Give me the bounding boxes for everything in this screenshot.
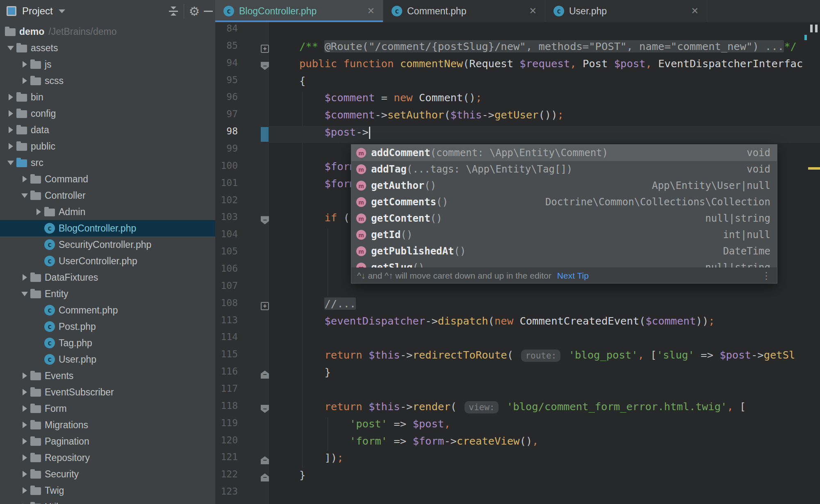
chevron-expanded-icon[interactable] bbox=[5, 42, 16, 54]
tree-item-data[interactable]: data bbox=[0, 122, 215, 138]
chevron-collapsed-icon[interactable] bbox=[5, 108, 16, 119]
fold-collapse-icon[interactable]: − bbox=[261, 473, 269, 481]
code-line-122[interactable]: 122−} bbox=[215, 469, 820, 486]
fold-collapse-icon[interactable]: − bbox=[261, 62, 269, 70]
collapse-all-button[interactable] bbox=[166, 4, 180, 18]
editor-tab-blogcontroller-php[interactable]: cBlogController.php✕ bbox=[215, 0, 383, 22]
code-line-121[interactable]: 121− ]); bbox=[215, 452, 820, 469]
close-tab-icon[interactable]: ✕ bbox=[367, 6, 375, 16]
chevron-collapsed-icon[interactable] bbox=[19, 501, 30, 504]
tree-item-blogcontroller-php[interactable]: cBlogController.php bbox=[0, 220, 215, 236]
tree-item-post-php[interactable]: cPost.php bbox=[0, 318, 215, 335]
chevron-collapsed-icon[interactable] bbox=[19, 272, 30, 283]
completion-item-getcontent[interactable]: mgetContent()null|string bbox=[351, 210, 777, 227]
code-line-123[interactable]: 123 bbox=[215, 486, 820, 503]
tree-item-comment-php[interactable]: cComment.php bbox=[0, 302, 215, 318]
settings-gear-button[interactable]: ⚙ bbox=[187, 4, 201, 18]
chevron-collapsed-icon[interactable] bbox=[19, 370, 30, 381]
chevron-collapsed-icon[interactable] bbox=[19, 173, 30, 185]
tree-item-assets[interactable]: assets bbox=[0, 40, 215, 56]
tree-item-admin[interactable]: Admin bbox=[0, 204, 215, 220]
fold-collapse-icon[interactable]: − bbox=[261, 456, 269, 464]
kebab-menu-icon[interactable]: ⋮ bbox=[761, 270, 771, 282]
tree-item-config[interactable]: config bbox=[0, 105, 215, 122]
tree-item-public[interactable]: public bbox=[0, 138, 215, 154]
chevron-collapsed-icon[interactable] bbox=[19, 59, 30, 70]
chevron-collapsed-icon[interactable] bbox=[19, 386, 30, 398]
tree-item-user-php[interactable]: cUser.php bbox=[0, 351, 215, 368]
chevron-collapsed-icon[interactable] bbox=[19, 485, 30, 496]
inspections-paused-icon[interactable] bbox=[810, 25, 818, 32]
close-tab-icon[interactable]: ✕ bbox=[691, 6, 699, 16]
close-tab-icon[interactable]: ✕ bbox=[529, 6, 537, 16]
project-view-title[interactable]: Project bbox=[22, 5, 53, 17]
fold-collapse-icon[interactable]: − bbox=[261, 370, 269, 379]
tree-item-pagination[interactable]: Pagination bbox=[0, 433, 215, 450]
fold-expand-icon[interactable]: + bbox=[261, 45, 269, 53]
tree-item-securitycontroller-php[interactable]: cSecurityController.php bbox=[0, 236, 215, 253]
tree-item-twig[interactable]: Twig bbox=[0, 482, 215, 499]
code-line-118[interactable]: 118− return $this->render( view: 'blog/c… bbox=[215, 400, 820, 418]
tree-item-entity[interactable]: Entity bbox=[0, 286, 215, 302]
chevron-expanded-icon[interactable] bbox=[5, 157, 16, 168]
fold-collapse-icon[interactable]: − bbox=[261, 405, 269, 413]
tree-item-demo[interactable]: demo/JetBrains/demo bbox=[0, 23, 215, 40]
code-line-85[interactable]: 85+/** @Route("/comment/{postSlug}/new",… bbox=[215, 40, 820, 57]
code-line-114[interactable]: 114 bbox=[215, 331, 820, 349]
tree-item-command[interactable]: Command bbox=[0, 171, 215, 187]
scrollbar-info-mark[interactable] bbox=[804, 35, 807, 40]
code-line-120[interactable]: 120 'form' => $form->createView(), bbox=[215, 435, 820, 452]
completion-item-getid[interactable]: mgetId()int|null bbox=[351, 227, 777, 243]
tree-item-scss[interactable]: scss bbox=[0, 73, 215, 89]
code-line-108[interactable]: 108+ //... bbox=[215, 297, 820, 315]
tree-item-src[interactable]: src bbox=[0, 154, 215, 171]
tree-item-bin[interactable]: bin bbox=[0, 89, 215, 105]
fold-expand-icon[interactable]: + bbox=[261, 302, 269, 310]
completion-item-getslug[interactable]: mgetSlug()null|string bbox=[351, 259, 777, 268]
code-editor[interactable]: 8485+/** @Route("/comment/{postSlug}/new… bbox=[215, 22, 820, 504]
tree-item-utils[interactable]: Utils bbox=[0, 499, 215, 504]
tree-item-security[interactable]: Security bbox=[0, 466, 215, 482]
tree-item-controller[interactable]: Controller bbox=[0, 187, 215, 204]
code-line-96[interactable]: 96 $comment = new Comment(); bbox=[215, 91, 820, 109]
tree-item-datafixtures[interactable]: DataFixtures bbox=[0, 269, 215, 286]
editor-tab-comment-php[interactable]: cComment.php✕ bbox=[383, 0, 545, 22]
code-line-119[interactable]: 119 'post' => $post, bbox=[215, 418, 820, 435]
chevron-collapsed-icon[interactable] bbox=[19, 468, 30, 480]
chevron-collapsed-icon[interactable] bbox=[19, 75, 30, 86]
tree-item-tag-php[interactable]: cTag.php bbox=[0, 335, 215, 351]
completion-item-addtag[interactable]: maddTag(...tags: \App\Entity\Tag[])void bbox=[351, 161, 777, 177]
code-line-98[interactable]: 98 $post-> bbox=[215, 126, 820, 143]
editor-tab-user-php[interactable]: cUser.php✕ bbox=[545, 0, 707, 22]
fold-collapse-icon[interactable]: − bbox=[261, 216, 269, 224]
code-line-95[interactable]: 95{ bbox=[215, 75, 820, 92]
tree-item-js[interactable]: js bbox=[0, 56, 215, 73]
code-line-117[interactable]: 117 bbox=[215, 383, 820, 400]
completion-item-getauthor[interactable]: mgetAuthor()App\Entity\User|null bbox=[351, 177, 777, 194]
code-line-94[interactable]: 94−public function commentNew(Request $r… bbox=[215, 57, 820, 75]
chevron-collapsed-icon[interactable] bbox=[19, 419, 30, 431]
chevron-expanded-icon[interactable] bbox=[19, 190, 30, 201]
chevron-collapsed-icon[interactable] bbox=[5, 124, 16, 136]
chevron-collapsed-icon[interactable] bbox=[5, 141, 16, 152]
tree-item-events[interactable]: Events bbox=[0, 368, 215, 384]
scrollbar-warning-mark[interactable] bbox=[808, 167, 820, 170]
tree-item-repository[interactable]: Repository bbox=[0, 450, 215, 466]
code-line-116[interactable]: 116− } bbox=[215, 366, 820, 383]
hide-tool-window-button[interactable] bbox=[201, 4, 215, 18]
completion-item-getpublishedat[interactable]: mgetPublishedAt()DateTime bbox=[351, 243, 777, 259]
code-line-84[interactable]: 84 bbox=[215, 23, 820, 40]
completion-item-addcomment[interactable]: maddComment(comment: \App\Entity\Comment… bbox=[351, 145, 777, 161]
tree-item-form[interactable]: Form bbox=[0, 400, 215, 417]
chevron-collapsed-icon[interactable] bbox=[19, 436, 30, 447]
completion-item-getcomments[interactable]: mgetComments()Doctrine\Common\Collection… bbox=[351, 194, 777, 210]
code-line-115[interactable]: 115 return $this->redirectToRoute( route… bbox=[215, 349, 820, 366]
tree-item-usercontroller-php[interactable]: cUserController.php bbox=[0, 253, 215, 269]
chevron-collapsed-icon[interactable] bbox=[19, 452, 30, 463]
chevron-down-icon[interactable] bbox=[59, 9, 65, 13]
chevron-collapsed-icon[interactable] bbox=[33, 206, 44, 218]
tree-item-eventsubscriber[interactable]: EventSubscriber bbox=[0, 384, 215, 400]
tree-item-migrations[interactable]: Migrations bbox=[0, 417, 215, 433]
chevron-expanded-icon[interactable] bbox=[19, 288, 30, 300]
chevron-collapsed-icon[interactable] bbox=[5, 91, 16, 103]
